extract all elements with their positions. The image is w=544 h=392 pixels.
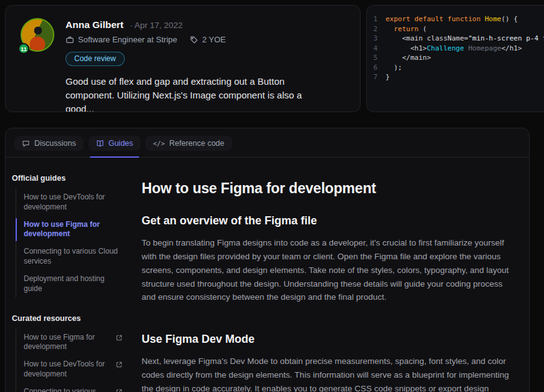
section-heading: Use Figma Dev Mode xyxy=(142,333,512,346)
curated-link-label: How to use Figma for development xyxy=(24,333,112,353)
code-source: <h1>Challenge Homepage</h1> xyxy=(386,44,522,54)
book-icon xyxy=(96,140,104,148)
external-link-icon xyxy=(115,361,123,368)
external-link-icon xyxy=(115,388,123,392)
line-number: 5 xyxy=(367,53,386,63)
code-source: ); xyxy=(386,63,402,73)
name-row: Anna Gilbert · Apr 17, 2022 xyxy=(66,19,309,31)
tab-bar: Discussions Guides </> Reference code xyxy=(6,128,529,158)
tab-label: Guides xyxy=(109,139,134,148)
panel-body: Official guides How to use DevTools for … xyxy=(6,158,529,392)
author-name: Anna Gilbert xyxy=(66,19,124,31)
curated-resources-nav: How to use Figma for development How to … xyxy=(16,329,127,392)
tab-reference-code[interactable]: </> Reference code xyxy=(145,136,231,151)
code-token: </main> xyxy=(386,54,431,62)
code-token: ( xyxy=(419,25,427,33)
code-source: <main className="min-h-screen p-4 flex"> xyxy=(386,34,544,44)
line-number: 3 xyxy=(367,34,386,44)
section-body: Next, leverage Figma's Dev Mode to obtai… xyxy=(142,355,512,392)
sidebar-item-devtools-guide[interactable]: How to use DevTools for development xyxy=(16,189,127,216)
guides-sidebar: Official guides How to use DevTools for … xyxy=(6,158,133,392)
tab-discussions[interactable]: Discussions xyxy=(14,136,84,151)
code-panel: 1 export default function Home() { 2 ret… xyxy=(366,5,544,112)
code-token: <h1> xyxy=(386,44,427,52)
article-section: Use Figma Dev Mode Next, leverage Figma'… xyxy=(142,333,512,392)
tab-label: Reference code xyxy=(169,139,224,148)
code-icon: </> xyxy=(153,140,165,147)
code-source: } xyxy=(386,72,390,82)
code-token: return xyxy=(394,25,419,33)
tab-guides[interactable]: Guides xyxy=(89,136,141,151)
sidebar-item-cloud-guide[interactable]: Connecting to various Cloud services xyxy=(16,243,127,270)
code-token: Home xyxy=(485,15,502,23)
code-token: export default function xyxy=(386,15,485,23)
code-line: 4 <h1>Challenge Homepage</h1> xyxy=(367,44,544,54)
code-source: </main> xyxy=(386,53,431,63)
tab-label: Discussions xyxy=(34,139,76,148)
code-token: "min-h-screen p-4 flex" xyxy=(468,34,544,42)
curated-link-devtools[interactable]: How to use DevTools for development xyxy=(16,356,127,383)
sidebar-item-figma-guide[interactable]: How to use Figma for development xyxy=(16,216,127,244)
code-line: 2 return ( xyxy=(367,24,544,34)
curated-link-label: Connecting to various Cloud services xyxy=(24,387,112,392)
article-section: Get an overview of the Figma file To beg… xyxy=(142,214,512,304)
review-comment: Good use of flex and gap and extracting … xyxy=(66,75,309,112)
code-review-tag: Code review xyxy=(66,52,125,66)
code-source: return ( xyxy=(386,24,427,34)
curated-resources-heading: Curated resources xyxy=(12,314,127,323)
code-line: 3 <main className="min-h-screen p-4 flex… xyxy=(367,34,544,44)
official-guides-heading: Official guides xyxy=(12,174,127,183)
chat-icon xyxy=(22,140,30,148)
code-token: </h1> xyxy=(501,44,522,52)
briefcase-icon xyxy=(66,36,74,44)
line-number: 2 xyxy=(367,24,386,34)
review-card: 11 Anna Gilbert · Apr 17, 2022 Software … xyxy=(5,5,361,112)
curated-link-figma[interactable]: How to use Figma for development xyxy=(16,329,127,356)
code-line: 6 ); xyxy=(367,63,544,73)
official-guides-nav: How to use DevTools for development How … xyxy=(16,189,127,298)
review-info: Anna Gilbert · Apr 17, 2022 Software Eng… xyxy=(66,18,309,112)
code-line: 1 export default function Home() { xyxy=(367,14,544,24)
section-heading: Get an overview of the Figma file xyxy=(142,214,512,227)
author-role: Software Engineer at Stripe xyxy=(78,35,177,44)
code-token: className= xyxy=(427,34,468,42)
curated-link-label: How to use DevTools for development xyxy=(24,360,112,380)
article-title: How to use Figma for development xyxy=(142,180,512,197)
code-source: export default function Home() { xyxy=(386,14,518,24)
article: How to use Figma for development Get an … xyxy=(133,158,529,392)
code-token: <main xyxy=(386,34,427,42)
section-body: To begin translating Figma designs into … xyxy=(142,236,512,304)
code-token xyxy=(386,25,394,33)
code-line: 7 } xyxy=(367,72,544,82)
line-number: 6 xyxy=(367,63,386,73)
reputation-badge: 11 xyxy=(18,43,29,54)
line-number: 4 xyxy=(367,44,386,54)
line-number: 7 xyxy=(367,72,386,82)
sidebar-item-deployment-guide[interactable]: Deployment and hosting guide xyxy=(16,270,127,298)
code-token: () { xyxy=(501,15,518,23)
author-meta: Software Engineer at Stripe 2 YOE xyxy=(66,35,309,44)
code-token: } xyxy=(386,73,390,81)
code-token: ); xyxy=(386,64,402,72)
top-row: 11 Anna Gilbert · Apr 17, 2022 Software … xyxy=(0,0,544,117)
avatar[interactable]: 11 xyxy=(21,18,56,53)
code-line: 5 </main> xyxy=(367,53,544,63)
review-header: 11 Anna Gilbert · Apr 17, 2022 Software … xyxy=(21,18,345,112)
author-experience: 2 YOE xyxy=(202,35,226,44)
external-link-icon xyxy=(115,334,123,342)
line-number: 1 xyxy=(367,14,386,24)
code-token: Challenge xyxy=(427,44,468,52)
code-token: Homepage xyxy=(468,44,501,52)
curated-link-cloud[interactable]: Connecting to various Cloud services xyxy=(16,383,127,392)
guides-panel: Discussions Guides </> Reference code Of… xyxy=(5,128,530,392)
post-date: · Apr 17, 2022 xyxy=(130,21,183,30)
experience-tag-icon xyxy=(190,36,198,44)
